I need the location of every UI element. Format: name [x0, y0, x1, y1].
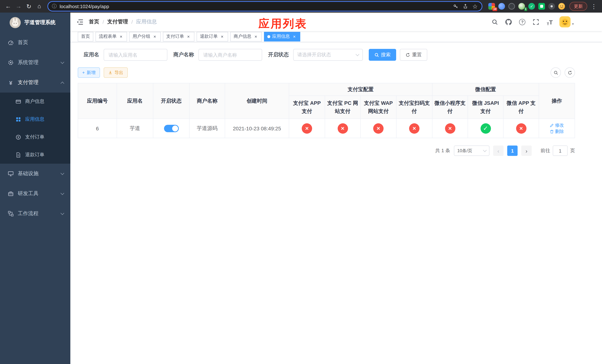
pagination-total: 共 1 条	[435, 147, 450, 154]
document-icon	[15, 152, 22, 158]
cell-status	[153, 119, 189, 138]
sidebar: 芋道管理系统 首页 系统管理 ¥ 支付管理	[0, 13, 70, 364]
status-toggle[interactable]	[164, 125, 179, 132]
page-button-1[interactable]: 1	[507, 146, 517, 156]
tab-label: 支付订单	[166, 33, 184, 40]
bookmark-star-icon[interactable]: ☆	[471, 2, 479, 11]
add-button[interactable]: + 新增	[78, 67, 100, 78]
toolbox-icon	[7, 191, 14, 197]
forward-icon: →	[16, 3, 22, 10]
tab-user-group[interactable]: 用户分组×	[129, 32, 161, 41]
extension-icon-drop[interactable]	[498, 3, 505, 10]
reload-button[interactable]: ↻	[24, 1, 34, 11]
forward-button[interactable]: →	[13, 1, 24, 11]
chevron-up-icon	[61, 81, 64, 85]
tab-close-icon[interactable]: ×	[253, 34, 258, 39]
breadcrumb-separator: /	[131, 19, 133, 25]
help-icon[interactable]: ?	[518, 18, 527, 26]
breadcrumb-payment[interactable]: 支付管理	[107, 19, 128, 25]
tab-refund-order[interactable]: 退款订单×	[197, 32, 228, 41]
font-size-icon[interactable]: TT	[546, 18, 554, 26]
next-page-button[interactable]: ›	[521, 146, 532, 156]
profile-avatar-icon[interactable]	[558, 3, 565, 10]
goto-page-input[interactable]	[553, 146, 568, 156]
sidebar-item-home[interactable]: 首页	[0, 32, 70, 53]
col-header-wechat-mini: 微信小程序支付	[432, 96, 468, 119]
col-header-created: 创建时间	[225, 83, 289, 119]
delete-button[interactable]: 删除	[550, 128, 564, 135]
home-button[interactable]: ⌂	[34, 1, 44, 11]
sidebar-item-infrastructure[interactable]: 基础设施	[0, 164, 70, 184]
extension-icon-dark-circle[interactable]	[508, 3, 515, 10]
refresh-button[interactable]	[565, 67, 575, 78]
user-avatar[interactable]: ▾	[559, 16, 574, 27]
pagination-goto: 前往 页	[540, 146, 575, 156]
page-size-select[interactable]: 10条/页	[454, 146, 489, 156]
tab-home[interactable]: 首页	[78, 32, 93, 41]
screen: ← → ↻ ⌂ ⓘ ☆ 10 1	[0, 0, 602, 364]
status-select[interactable]: 请选择开启状态	[293, 49, 363, 61]
col-header-alipay-wap: 支付宝 WAP 网站支付	[360, 96, 396, 119]
sidebar-item-payment-orders[interactable]: 支付订单	[0, 128, 70, 146]
sidebar-item-workflow[interactable]: 工作流程	[0, 204, 70, 224]
extension-icon-green-check[interactable]: ✓	[528, 3, 535, 10]
edit-button[interactable]: 修改	[550, 122, 564, 128]
toggle-search-button[interactable]	[550, 67, 561, 78]
col-header-wechat-app: 微信 APP 支付	[503, 96, 539, 119]
tab-app-info[interactable]: 应用信息×	[264, 32, 300, 41]
breadcrumb-separator: /	[103, 19, 104, 25]
tab-close-icon[interactable]: ×	[152, 34, 157, 39]
search-icon[interactable]	[491, 18, 499, 26]
col-header-alipay-pc: 支付宝 PC 网站支付	[325, 96, 360, 119]
share-icon[interactable]	[461, 2, 470, 11]
sidebar-item-label: 研发工具	[18, 190, 39, 197]
extension-icon-colorful[interactable]: 1	[518, 3, 525, 10]
tab-close-icon[interactable]: ×	[118, 34, 124, 39]
plus-icon: +	[82, 70, 85, 75]
merchant-name-input[interactable]	[198, 49, 262, 61]
extension-icon-pin[interactable]	[548, 3, 555, 10]
export-button[interactable]: 导出	[104, 67, 128, 78]
app-title: 芋道管理系统	[24, 19, 55, 26]
reset-button[interactable]: 重置	[400, 49, 427, 61]
sidebar-item-merchant-info[interactable]: 商户信息	[0, 93, 70, 110]
app-name-input[interactable]	[104, 49, 167, 61]
password-key-icon[interactable]	[451, 2, 460, 11]
browser-menu-button[interactable]: ⋮	[589, 1, 599, 11]
sidebar-item-refund-orders[interactable]: 退款订单	[0, 146, 70, 164]
page-size-value: 10条/页	[457, 148, 472, 154]
tab-close-icon[interactable]: ×	[292, 34, 297, 39]
prev-page-button[interactable]: ‹	[493, 146, 504, 156]
sidebar-item-dev-tools[interactable]: 研发工具	[0, 184, 70, 204]
breadcrumb-home[interactable]: 首页	[89, 19, 99, 25]
tab-process-form[interactable]: 流程表单×	[96, 32, 127, 41]
fullscreen-icon[interactable]	[532, 18, 540, 26]
page-content: 应用名 商户名称 开启状态 请选择开启状态 搜索	[70, 42, 602, 364]
sidebar-item-payment-management[interactable]: ¥ 支付管理	[0, 73, 70, 93]
url-input[interactable]	[60, 3, 448, 9]
hamburger-menu-icon[interactable]	[75, 18, 84, 26]
sidebar-item-system-management[interactable]: 系统管理	[0, 53, 70, 73]
back-button[interactable]: ←	[3, 1, 13, 11]
tab-close-icon[interactable]: ×	[186, 34, 191, 39]
address-bar[interactable]: ⓘ ☆	[47, 1, 483, 11]
col-header-alipay-qr: 支付宝扫码支付	[396, 96, 432, 119]
tab-close-icon[interactable]: ×	[220, 34, 225, 39]
sidebar-item-app-info[interactable]: 应用信息	[0, 110, 70, 128]
search-button[interactable]: 搜索	[369, 49, 396, 61]
tab-payment-order[interactable]: 支付订单×	[163, 32, 194, 41]
active-tab-dot	[267, 35, 270, 38]
alipay-pc-status-icon: ×	[337, 123, 348, 133]
reload-icon: ↻	[26, 3, 32, 10]
caret-down-icon: ▾	[572, 21, 574, 27]
tab-merchant-info[interactable]: 商户信息×	[230, 32, 262, 41]
github-icon[interactable]	[505, 18, 513, 26]
status-select-placeholder: 请选择开启状态	[297, 52, 331, 58]
app-table: 应用编号 应用名 开启状态 商户名称 创建时间 支付宝配置 微信配置 操作 支付…	[78, 83, 575, 138]
extension-icon-grid[interactable]: 10	[488, 3, 495, 10]
site-info-icon[interactable]: ⓘ	[52, 3, 57, 10]
chrome-update-button[interactable]: 更新	[570, 2, 587, 11]
extension-icon-chat[interactable]	[538, 3, 545, 10]
chevron-down-icon	[61, 60, 64, 64]
coin-icon	[15, 134, 22, 140]
